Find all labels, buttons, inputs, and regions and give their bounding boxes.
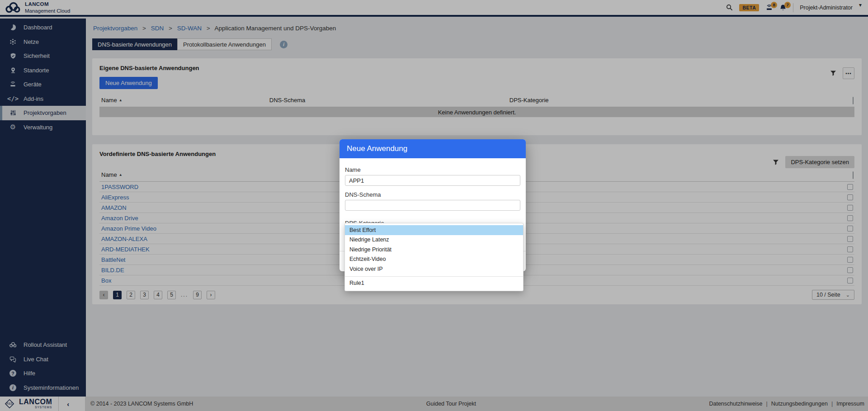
dns-schema-input[interactable] <box>345 200 520 211</box>
dropdown-option-niedrige-latenz[interactable]: Niedrige Latenz <box>345 235 523 245</box>
dps-category-dropdown: Best Effort Niedrige Latenz Niedrige Pri… <box>344 223 524 291</box>
dropdown-option-rule1[interactable]: Rule1 <box>345 276 523 288</box>
dropdown-option-best-effort[interactable]: Best Effort <box>345 225 523 235</box>
modal-body: Name DNS-Schema DPS-Kategorie <box>340 158 526 227</box>
modal-title: Neue Anwendung <box>340 139 526 158</box>
name-input[interactable] <box>345 175 520 186</box>
dropdown-option-voice-over-ip[interactable]: Voice over IP <box>345 264 523 274</box>
dns-schema-field-label: DNS-Schema <box>345 191 520 198</box>
dropdown-option-echtzeit-video[interactable]: Echtzeit-Video <box>345 255 523 265</box>
dropdown-option-niedrige-prioritaet[interactable]: Niedrige Priorität <box>345 245 523 255</box>
name-field-label: Name <box>345 166 520 173</box>
